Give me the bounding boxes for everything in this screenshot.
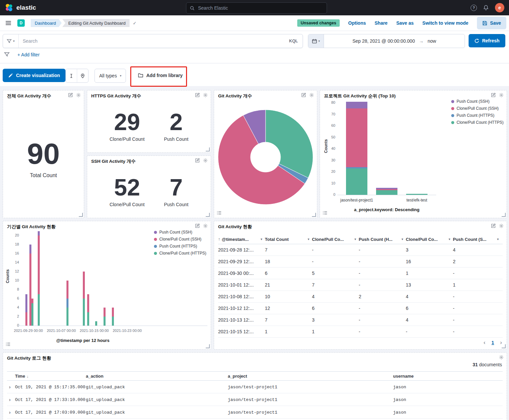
bar-segment[interactable] [87,312,89,326]
panel-settings-gear-icon[interactable] [76,93,81,97]
breadcrumb-dashboard[interactable]: Dashboard [31,19,62,27]
options-link[interactable]: Options [348,20,366,26]
save-as-link[interactable]: Save as [396,20,413,26]
bar-segment[interactable] [25,294,27,312]
column-menu-chevron-icon[interactable]: ▾ [401,238,403,241]
panel-title[interactable]: HTTPS Git Activity 개수 [91,93,141,99]
legend-toggle-icon[interactable] [323,211,327,215]
panel-resize-handle[interactable] [502,344,506,348]
saved-queries-menu-button[interactable]: ▾ [3,34,19,48]
panel-title[interactable]: Git Activity 현황 [218,224,252,230]
column-header[interactable]: a_action [86,374,104,379]
legend-item[interactable]: Clone/Pull Count (SSH) [154,237,207,242]
bar-segment[interactable] [38,294,40,326]
panel-settings-gear-icon[interactable] [499,224,504,228]
create-visualization-button[interactable]: Create visualization [3,69,65,82]
all-types-dropdown[interactable]: All types ▾ [95,69,126,83]
bar-segment[interactable] [29,254,31,326]
pagination-page-1[interactable]: 1 [492,340,494,345]
bar-segment[interactable] [25,312,27,326]
bar-segment[interactable] [346,167,367,168]
column-menu-chevron-icon[interactable]: ▾ [308,238,309,241]
bar-segment[interactable] [112,308,114,317]
edit-panel-icon[interactable] [195,158,200,163]
panel-title[interactable]: 전체 Git Activity 개수 [7,93,51,99]
add-from-library-button[interactable]: Add from library [133,69,187,82]
column-menu-chevron-icon[interactable]: ▾ [449,238,450,241]
bar-segment[interactable] [95,321,97,326]
edit-panel-icon[interactable] [301,93,306,97]
expand-row-chevron-icon[interactable]: › [9,384,11,390]
edit-title-check-icon[interactable]: ✓ [133,21,137,26]
panel-title[interactable]: Git Activity 개수 [218,93,252,99]
column-header[interactable]: Time↓ [15,374,29,379]
legend-toggle-icon[interactable] [6,342,10,347]
bar-segment[interactable] [29,245,31,254]
filter-funnel-icon[interactable] [4,52,10,57]
legend-item[interactable]: Push Count (SSH) [451,99,504,104]
column-header[interactable]: ↑@timestam...▾ [218,237,265,242]
bar-segment[interactable] [31,299,33,303]
bar-segment[interactable] [66,281,68,299]
bar-segment[interactable] [376,190,397,195]
column-header[interactable]: Clone/Pull Co...▾ [406,237,453,242]
column-menu-chevron-icon[interactable]: ▾ [354,238,356,241]
panel-resize-handle[interactable] [206,344,210,348]
column-header[interactable]: Clone/Pull Co...▾ [312,237,359,242]
bar-segment[interactable] [406,194,428,195]
date-range-start[interactable]: Sep 28, 2021 @ 00:00:00.000 [352,38,415,44]
bar-segment[interactable] [104,308,106,317]
global-search-input[interactable] [197,5,323,11]
column-header[interactable]: username [393,374,413,379]
bar-segment[interactable] [38,236,40,294]
column-header[interactable]: Push Count (S...▾ [453,237,501,242]
add-text-button[interactable] [66,69,77,82]
panel-title[interactable]: SSH Git Activity 개수 [91,158,136,164]
pie-slice[interactable] [266,110,313,178]
user-avatar[interactable]: e [495,3,504,12]
legend-item[interactable]: Push Count (SSH) [154,230,207,235]
edit-panel-icon[interactable] [195,93,200,97]
bar-segment[interactable] [376,188,397,189]
bar-segment[interactable] [346,168,367,195]
expand-row-chevron-icon[interactable]: › [9,410,11,415]
legend-item[interactable]: Clone/Pull Count (SSH) [451,106,504,111]
bar-segment[interactable] [66,308,68,326]
date-quick-select-button[interactable]: ▾ [308,34,324,48]
legend-toggle-icon[interactable] [217,211,221,215]
edit-panel-icon[interactable] [491,224,496,228]
panel-settings-gear-icon[interactable] [203,93,208,97]
bar-segment[interactable] [376,189,397,190]
add-filter-link[interactable]: + Add filter [17,52,40,57]
column-menu-chevron-icon[interactable]: ▾ [261,238,262,241]
pagination-prev-icon[interactable]: ‹ [484,339,486,346]
elastic-home-link[interactable]: elastic [5,0,36,15]
legend-item[interactable]: Push Count (HTTPS) [154,244,207,249]
bar-segment[interactable] [83,299,85,326]
help-icon[interactable]: ? [471,5,477,11]
panel-title[interactable]: Git Activity 로그 현황 [7,355,51,361]
edit-panel-icon[interactable] [68,93,73,97]
save-button[interactable]: Save [477,17,506,29]
space-badge[interactable]: D [17,19,25,27]
legend-item[interactable]: Push Count (HTTPS) [451,113,504,118]
date-range-end[interactable]: now [428,38,436,44]
panel-resize-handle[interactable] [312,213,316,217]
bar-segment[interactable] [66,299,68,308]
column-header[interactable]: a_project [228,374,247,379]
query-bar[interactable]: ▾ KQL [3,34,303,48]
bar-segment[interactable] [31,303,33,326]
share-link[interactable]: Share [375,20,388,26]
panel-settings-gear-icon[interactable] [309,93,314,97]
panel-settings-gear-icon[interactable] [203,158,208,163]
switch-to-view-mode-link[interactable]: Switch to view mode [422,20,469,26]
query-language-button[interactable]: KQL [285,39,303,43]
column-menu-chevron-icon[interactable]: ▾ [497,238,499,241]
panel-resize-handle[interactable] [206,147,210,151]
bar-segment[interactable] [112,317,114,326]
add-map-button[interactable] [77,69,88,82]
refresh-button[interactable]: Refresh [469,34,505,47]
notifications-bell-icon[interactable] [483,5,489,11]
bar-segment[interactable] [83,272,85,299]
bar-segment[interactable] [38,231,40,236]
